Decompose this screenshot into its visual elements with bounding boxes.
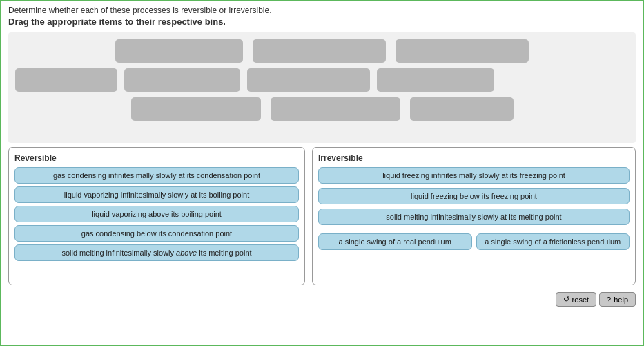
list-item[interactable]: gas condensing infinitesimally slowly at… — [14, 167, 299, 184]
reversible-bin-items: gas condensing infinitesimally slowly at… — [14, 167, 299, 261]
drag-placeholder-3[interactable] — [396, 39, 529, 63]
drag-placeholder-10[interactable] — [410, 97, 514, 121]
drag-row-2 — [15, 68, 629, 92]
drag-placeholder-5[interactable] — [124, 68, 240, 92]
reset-label: reset — [572, 296, 589, 304]
drag-row-1 — [15, 39, 629, 63]
drag-placeholder-2[interactable] — [253, 39, 386, 63]
list-item[interactable]: solid melting infinitesimally slowly abo… — [14, 244, 299, 261]
list-item[interactable]: gas condensing below its condensation po… — [14, 225, 299, 242]
irrev-row-4: a single swing of a real pendulum a sing… — [318, 233, 630, 250]
page-title: Determine whether each of these processe… — [8, 6, 636, 15]
irrev-row-2: liquid freezing below its freezing point — [318, 188, 630, 204]
reversible-bin-title: Reversible — [14, 153, 299, 163]
list-item[interactable]: solid melting infinitesimally slowly at … — [318, 209, 630, 225]
bins-area: Reversible gas condensing infinitesimall… — [8, 147, 636, 285]
list-item[interactable]: liquid vaporizing infinitesimally slowly… — [14, 186, 299, 203]
list-item[interactable]: a single swing of a frictionless pendulu… — [476, 233, 630, 250]
list-item[interactable]: a single swing of a real pendulum — [318, 233, 472, 250]
list-item[interactable]: liquid vaporizing above its boiling poin… — [14, 206, 299, 222]
help-icon: ? — [607, 296, 611, 304]
help-button[interactable]: ? help — [599, 292, 636, 307]
irrev-row-3: solid melting infinitesimally slowly at … — [318, 209, 630, 225]
page-subtitle: Drag the appropriate items to their resp… — [8, 17, 636, 27]
drag-placeholder-6[interactable] — [247, 68, 370, 92]
reversible-bin: Reversible gas condensing infinitesimall… — [8, 147, 305, 285]
drag-placeholder-9[interactable] — [271, 97, 400, 121]
drag-row-3 — [15, 97, 629, 121]
reset-icon: ↺ — [563, 295, 569, 304]
list-item[interactable]: liquid freezing below its freezing point — [318, 188, 630, 204]
help-label: help — [614, 296, 628, 304]
irreversible-bin-items: liquid freezing infinitesimally slowly a… — [318, 167, 630, 250]
drag-placeholder-8[interactable] — [131, 97, 261, 121]
footer-bar: ↺ reset ? help — [1, 289, 643, 309]
drag-placeholder-4[interactable] — [15, 68, 117, 92]
irrev-row-1: liquid freezing infinitesimally slowly a… — [318, 167, 630, 184]
reset-button[interactable]: ↺ reset — [556, 292, 596, 307]
drag-placeholder-7[interactable] — [377, 68, 494, 92]
drag-placeholder-1[interactable] — [115, 39, 243, 63]
irreversible-bin-title: Irreversible — [318, 153, 630, 163]
drag-area — [8, 32, 636, 143]
irreversible-bin: Irreversible liquid freezing infinitesim… — [312, 147, 636, 285]
list-item[interactable]: liquid freezing infinitesimally slowly a… — [318, 167, 630, 184]
